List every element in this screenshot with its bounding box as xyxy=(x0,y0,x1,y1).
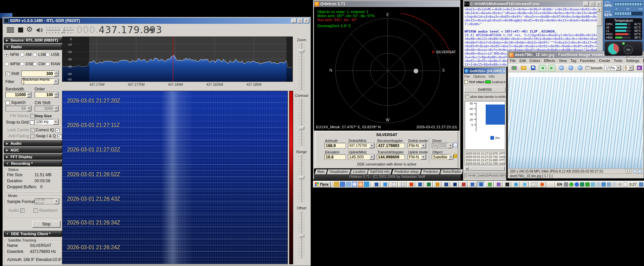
menu-info[interactable]: Info xyxy=(489,74,495,78)
taskbar-window-button[interactable] xyxy=(416,182,424,187)
zoom-percent-dropdown[interactable]: 172% ▼ xyxy=(604,65,621,71)
tray-icon[interactable] xyxy=(591,182,595,187)
taskbar-window-button[interactable] xyxy=(503,182,511,187)
quick-launch-icon[interactable] xyxy=(340,182,345,187)
driver-refresh-icon[interactable] xyxy=(453,143,458,147)
taskbar-window-button[interactable] xyxy=(425,182,433,187)
gear-icon[interactable]: ⚙ xyxy=(26,25,33,34)
center-frequency-icon[interactable]: ⋈ xyxy=(147,26,154,34)
taskbar-window-button[interactable] xyxy=(442,182,450,187)
previous-image-icon[interactable]: ◄ xyxy=(539,65,546,71)
close-button[interactable]: × xyxy=(596,2,601,6)
actual-size-icon[interactable]: 1:1 xyxy=(576,65,584,71)
getkiss-log[interactable]: 2026-03-01 21:27:22.875: HTTP/1.1 2026-0… xyxy=(465,151,505,165)
minimize-button[interactable]: _ xyxy=(291,18,297,23)
loupe-icon[interactable] xyxy=(633,170,637,173)
start-button[interactable]: Пуск xyxy=(314,182,331,187)
taskbar-window-button[interactable] xyxy=(529,182,537,187)
uplink-dropdown[interactable]: 145.000▼ xyxy=(348,154,375,160)
dnlink-mode-dropdown[interactable]: FM-N▼ xyxy=(408,143,426,148)
getkiss-titlebar[interactable]: GetKISS+ (DK3WN) Ver. 1.4.2 - xyxy=(464,68,505,74)
orbitron-titlebar[interactable]: Orbitron 3.71 xyxy=(314,1,460,7)
slideshow-icon[interactable]: ▶ xyxy=(636,65,643,71)
tray-icon[interactable] xyxy=(601,182,606,187)
tab-location[interactable]: Location xyxy=(350,169,368,174)
chevron-down-icon[interactable]: ▼ xyxy=(616,65,621,70)
quick-launch-icon[interactable] xyxy=(346,182,351,187)
range-slider[interactable]: Range xyxy=(294,150,309,203)
panel-agc[interactable]: AGC xyxy=(4,147,62,153)
tab-main[interactable]: Main xyxy=(315,169,327,174)
contrast-slider[interactable]: Contrast xyxy=(294,93,309,147)
tray-icon[interactable] xyxy=(612,182,616,187)
shift-input[interactable]: 300▲▼ xyxy=(21,70,59,77)
menu-settings[interactable]: Settings xyxy=(626,59,639,63)
taskbar-window-button[interactable] xyxy=(451,182,459,187)
stop-icon[interactable] xyxy=(18,27,23,32)
tab-prediction-setup[interactable]: Prediction setup xyxy=(392,169,421,174)
taskbar-window-button[interactable] xyxy=(407,182,415,187)
quick-launch-icon[interactable] xyxy=(358,182,363,187)
show-desktop-icon[interactable] xyxy=(639,182,643,187)
taskbar-window-button[interactable] xyxy=(468,182,476,187)
tcp-client-checkbox[interactable] xyxy=(464,80,468,84)
chevron-down-icon[interactable]: ▼ xyxy=(628,65,633,70)
taskbar-window-button[interactable] xyxy=(433,182,441,187)
taskbar-window-button[interactable] xyxy=(372,182,380,187)
tray-icon[interactable] xyxy=(580,182,584,187)
norad-transfer-checkbox[interactable]: allow data transfer to NORAD ID xyxy=(465,95,513,98)
tray-icon[interactable] xyxy=(623,182,627,187)
spinner[interactable]: ▲▼ xyxy=(54,92,58,97)
console-titlebar[interactable]: C:\ C:\HAM\SM\direwolf181\direwolf.exe _… xyxy=(464,1,602,7)
mode-usb[interactable]: USB xyxy=(46,52,59,57)
chevron-down-icon[interactable]: ▼ xyxy=(448,154,453,159)
pan-tool-dropdown[interactable]: ▼ xyxy=(623,65,634,71)
image-view[interactable] xyxy=(508,72,643,169)
taskbar-window-button[interactable] xyxy=(538,182,546,187)
menu-create[interactable]: Create xyxy=(599,59,610,63)
slider-thumb[interactable] xyxy=(299,234,304,237)
menu-icon[interactable] xyxy=(7,27,14,33)
swap-iq-checkbox[interactable]: Swap I & Q xyxy=(36,134,62,138)
chevron-down-icon[interactable]: ▼ xyxy=(53,79,58,84)
panel-recording[interactable]: Recording * xyxy=(4,160,62,167)
panel-dde[interactable]: DDE Tracking Client * xyxy=(4,231,62,237)
panel-fft[interactable]: FFT Display xyxy=(4,154,62,160)
menu-tools[interactable]: Tools xyxy=(614,59,623,63)
waterfall-display[interactable]: 2026-03-01 21:27:20Z 2026-03-01 21:27:11… xyxy=(62,91,288,264)
slider-thumb[interactable] xyxy=(299,49,304,52)
tray-icon[interactable] xyxy=(585,182,590,187)
scroll-up-icon[interactable]: ▲ xyxy=(597,7,602,12)
chevron-down-icon[interactable]: ▼ xyxy=(53,119,58,125)
slider-thumb[interactable] xyxy=(299,176,304,179)
slider-thumb[interactable] xyxy=(299,126,304,129)
order-input[interactable]: 100▲▼ xyxy=(35,92,59,98)
menu-edit[interactable]: Edit xyxy=(520,59,526,63)
fit-window-icon[interactable] xyxy=(638,170,642,173)
scroll-left-icon[interactable]: ◄ xyxy=(465,167,469,171)
taskbar-window-button[interactable] xyxy=(486,182,494,187)
panel-audio[interactable]: Audio xyxy=(4,140,62,146)
mode-am[interactable]: AM xyxy=(20,52,32,57)
taskbar-window-button[interactable] xyxy=(460,182,468,187)
speaker-icon[interactable] xyxy=(36,27,43,33)
speaker-tray-icon[interactable]: ◁ xyxy=(618,182,622,187)
tray-icon[interactable] xyxy=(575,182,579,187)
menu-options[interactable]: Options xyxy=(473,74,485,78)
mode-wfm[interactable]: WFM xyxy=(5,62,20,66)
close-button[interactable]: × xyxy=(304,18,309,23)
spectrum-display[interactable]: 0 -10 -20 -30 -40 -50 -60 xyxy=(62,37,293,82)
filter-dropdown[interactable]: Blackman-Harris 7▼ xyxy=(21,78,59,84)
next-image-icon[interactable]: ► xyxy=(548,65,555,71)
tab-sat-orbit-info[interactable]: Sat/Orbit info xyxy=(367,169,392,174)
taskbar-window-button[interactable] xyxy=(512,182,520,187)
menu-file[interactable]: File xyxy=(510,59,516,63)
sdrsharp-titlebar[interactable]: SDR# v1.0.0.1490 - RTL-SDR (R820T) _ □ × xyxy=(3,18,310,24)
scrollbar-thumb[interactable] xyxy=(469,167,505,171)
taskbar-window-button[interactable] xyxy=(381,182,389,187)
step-size-dropdown[interactable]: 100 Hz▼ xyxy=(35,119,59,125)
mode-dsb[interactable]: DSB xyxy=(20,62,34,66)
panel-radio[interactable]: Radio xyxy=(4,44,62,50)
stop-button[interactable]: Stop xyxy=(32,221,60,227)
maximize-button[interactable]: □ xyxy=(590,2,595,6)
